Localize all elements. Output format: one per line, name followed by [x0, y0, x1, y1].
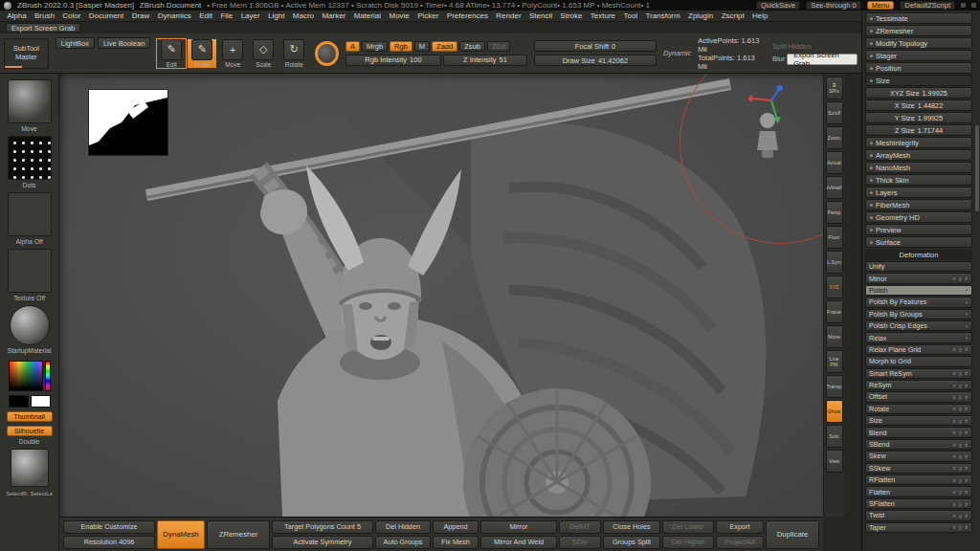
menu-item[interactable]: Dynamics — [155, 11, 195, 20]
menu-toggle-button[interactable]: Menu — [867, 1, 895, 10]
bottom-button[interactable]: DynaMesh — [157, 520, 205, 549]
deformation-slider[interactable]: Taperx y z — [865, 522, 972, 533]
mannequin-icon[interactable] — [750, 112, 785, 162]
bottom-button[interactable]: ProjectAll — [716, 536, 764, 549]
alpha-thumbnail[interactable] — [8, 192, 52, 236]
deformation-slider[interactable]: Rotatex y z — [865, 404, 972, 414]
viewport-tool-button[interactable]: Solo — [826, 425, 843, 448]
bottom-button[interactable]: Resolution 4096 — [63, 536, 155, 549]
viewport-tool-button[interactable]: AAHalf — [826, 176, 843, 199]
size-slider[interactable]: Z Size1.71744 — [865, 124, 972, 136]
panel-button[interactable]: NanoMesh — [865, 162, 972, 173]
bottom-button[interactable]: Close Holes — [603, 520, 660, 534]
deformation-slider[interactable]: Polish Crisp Edges• — [865, 320, 972, 331]
menu-item[interactable]: Picker — [414, 11, 442, 20]
default-zscript-button[interactable]: DefaultZScript — [900, 1, 955, 10]
viewport-tool-button[interactable]: Actual — [826, 151, 843, 174]
viewport-tool-button[interactable]: Ghost — [826, 400, 843, 423]
menu-item[interactable]: Document — [86, 11, 127, 20]
quicksave-button[interactable]: QuickSave — [756, 1, 800, 10]
bottom-button[interactable]: ZRemesher — [207, 520, 270, 549]
bottom-button[interactable]: Auto Groups — [375, 536, 431, 549]
live-boolean-button[interactable]: Live Boolean — [98, 37, 150, 49]
stroke-thumbnail[interactable] — [8, 136, 52, 180]
window-minimize-icon[interactable] — [961, 3, 966, 8]
menu-item[interactable]: Texture — [588, 11, 619, 20]
deformation-slider[interactable]: Flattenx y z — [865, 486, 972, 496]
panel-button[interactable]: Preview — [865, 224, 972, 235]
menu-item[interactable]: File — [217, 11, 235, 20]
menu-item[interactable]: Layer — [237, 11, 262, 20]
menu-item[interactable]: Brush — [32, 11, 57, 20]
see-through-slider[interactable]: See-through 0 — [806, 1, 861, 10]
deformation-slider[interactable]: Smart ReSymx y z — [865, 368, 972, 379]
current-brush-thumbnail[interactable] — [8, 79, 52, 123]
rgb-intensity-slider[interactable]: Rgb Intensity100 — [345, 55, 441, 66]
menu-item[interactable]: Edit — [196, 11, 215, 20]
paint-mode-button[interactable]: A — [345, 41, 360, 52]
panel-scrollbar[interactable] — [975, 125, 979, 211]
panel-button[interactable]: Layers — [865, 187, 972, 198]
panel-button[interactable]: ArrayMesh — [865, 149, 972, 161]
panel-button[interactable]: Thick Skin — [865, 174, 972, 186]
panel-button[interactable]: Tessimate — [865, 12, 972, 24]
panel-button[interactable]: Surface — [865, 236, 972, 248]
select-lasso-label[interactable]: SelectLa — [30, 491, 52, 496]
menu-item[interactable]: Movie — [386, 11, 412, 20]
bottom-button[interactable]: Export — [716, 520, 764, 534]
paint-mode-button[interactable]: Mrgb — [362, 41, 388, 52]
select-rect-label[interactable]: SelectRi — [6, 491, 27, 496]
deformation-slider[interactable]: Sizex y z — [865, 415, 972, 426]
dynamic-toggle[interactable]: Dynamic — [663, 49, 691, 57]
deformation-slider[interactable]: RFlattenx y z — [865, 474, 972, 485]
focal-shift-slider[interactable]: Focal Shift0 — [534, 40, 657, 52]
deformation-slider[interactable]: Polish By Features• — [865, 297, 972, 307]
menu-item[interactable]: Color — [59, 11, 84, 20]
paint-mode-button[interactable]: Zadd — [432, 41, 457, 52]
viewport-tool-button[interactable]: Zoom — [826, 126, 843, 149]
color-hue-strip[interactable] — [45, 361, 51, 391]
bottom-button[interactable]: Mirror — [480, 520, 557, 534]
mesh-integrity-button[interactable]: MeshIntegrity — [865, 137, 972, 148]
viewport-tool-button[interactable]: XYZ — [826, 276, 843, 298]
color-sv-square[interactable] — [9, 361, 43, 391]
bottom-button[interactable]: Del Hidden — [375, 520, 431, 534]
thumbnail-toggle-button[interactable]: Thumbnail — [7, 411, 53, 422]
mode-button[interactable]: ✎Edit — [157, 39, 186, 68]
size-slider[interactable]: XYZ Size1.99925 — [865, 87, 972, 99]
panel-button[interactable]: FiberMesh — [865, 199, 972, 210]
menu-item[interactable]: Render — [493, 11, 524, 20]
export-screen-grab-button[interactable]: Export Screen Grab — [787, 54, 858, 65]
paint-mode-button[interactable]: Zcut — [487, 41, 511, 52]
main-color-swatch[interactable] — [9, 395, 29, 408]
color-picker[interactable] — [9, 361, 51, 391]
bottom-button[interactable]: SDiv — [559, 536, 601, 549]
split-hidden-button[interactable]: Split Hidden — [772, 42, 858, 51]
mode-button[interactable]: ◇Scale — [249, 39, 278, 68]
menu-item[interactable]: Macro — [290, 11, 318, 20]
material-thumbnail[interactable] — [10, 305, 50, 345]
panel-button[interactable]: ZRemesher — [865, 25, 972, 36]
deformation-slider[interactable]: SBendx y z — [865, 439, 972, 450]
menu-item[interactable]: Zscript — [718, 11, 746, 20]
bottom-button[interactable]: Del Lower — [662, 520, 714, 534]
menu-item[interactable]: Transform — [642, 11, 683, 20]
viewport-tool-button[interactable]: Floor — [826, 226, 843, 249]
menu-item[interactable]: Help — [749, 11, 771, 20]
document-canvas[interactable] — [59, 74, 823, 517]
silhouette-thumbnail[interactable] — [88, 89, 168, 156]
viewport-tool-button[interactable]: Persp — [826, 201, 843, 224]
menu-item[interactable]: Tool — [620, 11, 640, 20]
bottom-button[interactable]: Mirror And Weld — [480, 536, 557, 549]
mode-button[interactable]: +Move — [218, 39, 247, 68]
panel-button[interactable]: Stager — [865, 50, 972, 61]
menu-item[interactable]: Marker — [319, 11, 348, 20]
deformation-slider[interactable]: Polish By Groups• — [865, 309, 972, 320]
export-screen-grab-menu-button[interactable]: Export Screen Grab — [6, 23, 80, 33]
viewport-tool-button[interactable]: Line PM — [826, 350, 843, 373]
deformation-slider[interactable]: Relax• — [865, 332, 972, 342]
viewport-tool-button[interactable]: Move — [826, 325, 843, 348]
bottom-button[interactable]: Fix Mesh — [433, 536, 479, 549]
deformation-slider[interactable]: Mirrorx y z — [865, 273, 972, 283]
viewport-tool-button[interactable]: L.Sym — [826, 251, 843, 274]
